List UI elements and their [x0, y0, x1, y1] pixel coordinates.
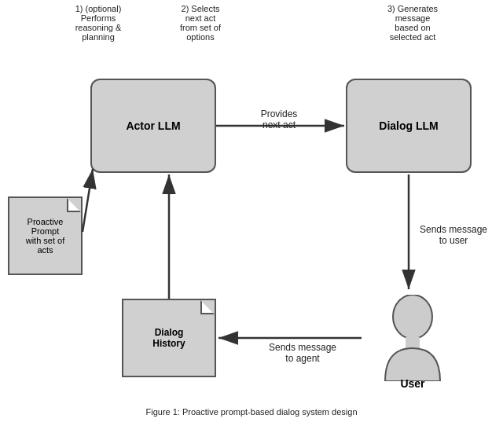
diagram: 1) (optional)Performsreasoning &planning… [0, 0, 503, 424]
svg-point-0 [393, 295, 432, 339]
actor-llm-box: Actor LLM [90, 79, 216, 173]
dialog-llm-label: Dialog LLM [379, 119, 438, 132]
provides-next-act-label: Providesnext act [240, 108, 318, 130]
step3-label: 3) Generatesmessagebased onselected act [362, 4, 464, 42]
user-silhouette [377, 295, 448, 381]
dialog-history-label: DialogHistory [152, 327, 185, 349]
svg-line-4 [83, 169, 93, 232]
svg-rect-1 [406, 337, 420, 348]
dialog-llm-box: Dialog LLM [346, 79, 472, 173]
actor-llm-label: Actor LLM [126, 119, 180, 132]
sends-message-to-user-label: Sends messageto user [414, 224, 493, 246]
proactive-prompt-doc: ProactivePromptwith set ofacts [8, 196, 83, 275]
user-figure: User [362, 291, 464, 393]
user-label: User [400, 377, 424, 390]
step1-label: 1) (optional)Performsreasoning &planning [55, 4, 141, 42]
figure-caption: Figure 1: Proactive prompt-based dialog … [0, 407, 503, 417]
sends-message-to-agent-label: Sends messageto agent [259, 342, 346, 364]
proactive-prompt-label: ProactivePromptwith set ofacts [20, 217, 72, 255]
dialog-history-doc: DialogHistory [122, 299, 216, 377]
step2-label: 2) Selectsnext actfrom set ofoptions [157, 4, 244, 42]
